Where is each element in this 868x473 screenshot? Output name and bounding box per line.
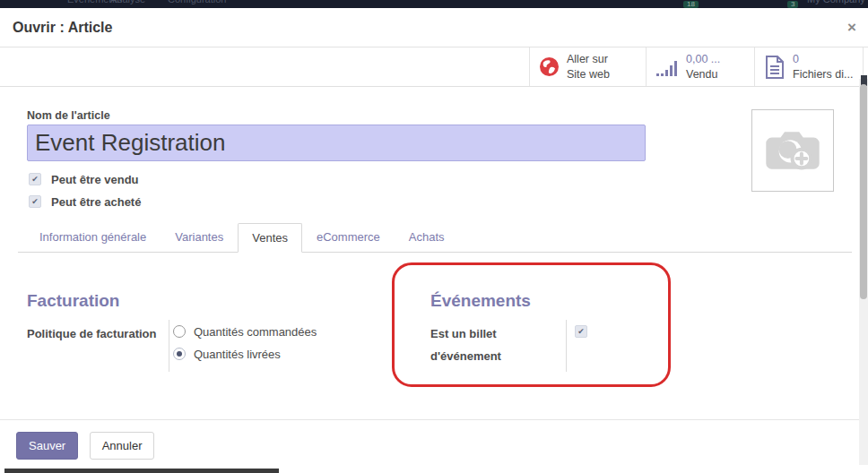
stat-button-label: Site web [567,67,610,82]
topbar-badge: 18 [683,1,699,8]
sold-stat-button[interactable]: 0,00 ... Vendu [646,47,754,86]
delivered-quantities-label: Quantités livrées [194,348,281,361]
tab-achats[interactable]: Achats [395,222,459,252]
go-to-website-button[interactable]: Aller sur Site web [529,47,646,86]
topbar-badge: 3 [787,1,798,8]
facturation-section-title: Facturation [27,291,119,311]
stat-button-value: 0,00 ... [686,52,720,66]
radio-unselected-icon[interactable] [173,325,186,338]
checkbox-checked-icon[interactable]: ✔ [29,173,41,185]
tab-ecommerce[interactable]: eCommerce [302,222,395,252]
product-image-placeholder[interactable] [751,109,834,192]
radio-row-delivered-quantities: Quantités livrées [173,347,281,361]
can-be-purchased-label: Peut être acheté [51,195,141,209]
save-button[interactable]: Sauver [16,432,78,460]
camera-plus-icon [763,126,822,175]
can-be-sold-row: ✔ Peut être vendu [29,172,139,186]
bar-chart-icon [655,56,679,79]
background-menu-analyse: Analyse [110,0,145,4]
modal-header: Ouvrir : Article × [0,8,868,47]
scrollbar-thumb[interactable] [860,84,867,299]
can-be-purchased-row: ✔ Peut être acheté [29,194,141,209]
background-menu-configuration: Configuration [168,0,226,4]
radio-row-ordered-quantities: Quantités commandées [173,324,317,339]
is-event-ticket-checkbox[interactable]: ✔ [575,325,587,338]
stat-button-label: Vendu [686,67,720,82]
stat-button-label: Fichiers di... [793,67,853,82]
tab-bar: Information générale Variantes Ventes eC… [18,225,852,253]
modal-title: Ouvrir : Article [13,20,112,36]
modal-footer: Sauver Annuler [0,419,868,473]
background-topbar: Événements Analyse Configuration 18 3 My… [0,0,868,8]
close-icon[interactable]: × [841,17,863,39]
product-name-label: Nom de l'article [27,109,110,122]
invoice-policy-label: Politique de facturation [27,323,161,346]
is-event-ticket-label: Est un billet d'événement [430,323,556,367]
cancel-button[interactable]: Annuler [90,432,155,460]
column-separator [169,320,169,372]
tab-ventes[interactable]: Ventes [238,223,302,253]
tab-variantes[interactable]: Variantes [161,222,238,252]
stat-button-value: 0 [793,52,853,66]
ordered-quantities-label: Quantités commandées [194,325,317,339]
attached-files-button[interactable]: 0 Fichiers di... [754,47,864,86]
product-name-input[interactable] [27,125,646,161]
column-separator [566,320,567,372]
stat-button-row: Aller sur Site web 0,00 ... Vendu [0,47,868,87]
tab-information-generale[interactable]: Information générale [25,222,161,252]
background-bottom-strip [4,469,279,473]
stat-button-label: Aller sur [567,52,610,66]
topbar-company-name: My Company (San... [807,0,868,4]
document-icon [764,55,786,80]
globe-icon [539,56,560,77]
product-modal: Ouvrir : Article × Aller sur Site web [0,8,868,473]
radio-selected-icon[interactable] [173,348,186,360]
can-be-sold-label: Peut être vendu [51,173,139,186]
checkbox-checked-icon[interactable]: ✔ [29,195,41,208]
evenements-section-title: Événements [430,291,531,311]
